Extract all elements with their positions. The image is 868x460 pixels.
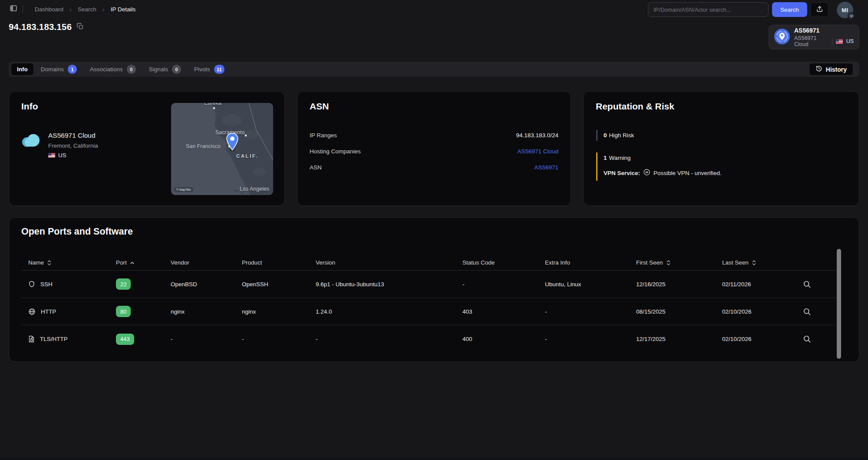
- chevron-down-icon: [848, 12, 855, 20]
- cell-vendor: -: [171, 336, 242, 342]
- tab-info[interactable]: Info: [11, 63, 33, 75]
- tab-count-badge: 0: [127, 65, 136, 74]
- topbar-divider: [23, 5, 23, 13]
- sidebar-panel-icon: [10, 4, 17, 14]
- risk-card-title: Reputation & Risk: [596, 101, 674, 112]
- table-body: SSH22OpenBSDOpenSSH9.6p1 - Ubuntu-3ubunt…: [21, 271, 840, 353]
- tab-signals[interactable]: Signals0: [143, 63, 187, 75]
- history-clock-icon: [815, 65, 822, 73]
- breadcrumb-item-dashboard[interactable]: Dashboard: [35, 6, 63, 13]
- cell-status-code: -: [462, 281, 545, 288]
- asn-rows: IP Ranges94.183.183.0/24Hosting Companie…: [310, 127, 558, 175]
- search-button[interactable]: Search: [772, 2, 807, 17]
- history-label: History: [826, 66, 847, 73]
- breadcrumb: Dashboard›Search›IP Details: [35, 0, 135, 18]
- tab-pivots[interactable]: Pivots11: [188, 63, 230, 75]
- asn-country: US: [846, 38, 854, 44]
- warning-item: 1Warning VPN Service: Possible VPN - unv…: [596, 152, 847, 181]
- asn-number: AS56971: [794, 27, 854, 34]
- asn-pin-icon: [774, 29, 790, 46]
- port-badge: 443: [116, 334, 134, 345]
- service-row-http: HTTP80nginxnginx1.24.0403-08/15/202502/1…: [21, 298, 840, 325]
- asn-row-label: Hosting Companies: [310, 148, 361, 155]
- page-title: 94.183.183.156: [9, 22, 72, 32]
- vpn-service-text: Possible VPN - unverified.: [653, 170, 722, 176]
- column-label: Last Seen: [722, 259, 749, 266]
- asn-row-link[interactable]: AS56971: [534, 164, 558, 171]
- column-label: Port: [116, 259, 127, 266]
- us-flag-icon: [48, 153, 55, 158]
- upload-button[interactable]: [810, 2, 828, 17]
- tab-strip: InfoDomains1Associations0Signals0Pivots1…: [9, 62, 859, 77]
- asn-row-hosting-companies: Hosting CompaniesAS56971 Cloud: [310, 143, 558, 159]
- asn-summary-card[interactable]: AS56971 AS56971 Cloud US: [769, 25, 859, 50]
- service-name: SSH: [40, 281, 53, 288]
- breadcrumb-item-search[interactable]: Search: [78, 6, 96, 13]
- org-location: Fremont, California: [48, 142, 98, 149]
- asn-row-link[interactable]: AS56971 Cloud: [517, 148, 558, 155]
- column-header-version: Version: [316, 259, 462, 266]
- column-header-last-seen[interactable]: Last Seen: [722, 259, 796, 266]
- cell-vendor: OpenBSD: [171, 281, 242, 288]
- history-button[interactable]: History: [809, 63, 853, 76]
- row-search-button[interactable]: [802, 279, 812, 289]
- column-header-port[interactable]: Port: [116, 259, 171, 266]
- shield-icon: [28, 280, 35, 288]
- asn-card-title: ASN: [310, 101, 329, 112]
- tab-domains[interactable]: Domains1: [35, 63, 83, 75]
- copy-icon: [76, 23, 84, 32]
- column-label: Name: [28, 259, 44, 266]
- tab-label: Signals: [149, 66, 168, 73]
- row-search-button[interactable]: [802, 334, 812, 344]
- bottom-strip: [0, 458, 868, 460]
- asn-row-ip-ranges: IP Ranges94.183.183.0/24: [310, 127, 558, 143]
- info-card-title: Info: [21, 101, 38, 112]
- tab-label: Info: [17, 66, 28, 73]
- cell-product: -: [242, 336, 316, 342]
- user-avatar[interactable]: MI: [837, 2, 853, 18]
- cell-last-seen: 02/10/2026: [722, 336, 796, 342]
- column-header-extra-info: Extra Info: [545, 259, 636, 266]
- breadcrumb-separator-icon: ›: [69, 6, 72, 13]
- asn-row-label: ASN: [310, 164, 322, 171]
- divider: [832, 38, 832, 44]
- port-badge: 22: [116, 278, 131, 290]
- cell-extra-info: -: [545, 308, 636, 315]
- tabs: InfoDomains1Associations0Signals0Pivots1…: [11, 63, 230, 75]
- globe-icon: [28, 308, 36, 315]
- column-label: Version: [316, 259, 335, 266]
- vpn-signal-icon: [643, 169, 650, 177]
- column-header-product: Product: [242, 259, 316, 266]
- map-attribution: © MapTiler: [174, 187, 193, 192]
- tab-associations[interactable]: Associations0: [84, 63, 142, 75]
- top-bar: Dashboard›Search›IP Details Search MI: [0, 0, 868, 18]
- column-label: Extra Info: [545, 259, 570, 266]
- row-search-button[interactable]: [802, 307, 812, 317]
- map-city-eureka: Eureka: [204, 103, 221, 106]
- column-header-status-code: Status Code: [462, 259, 545, 266]
- sidebar-toggle-button[interactable]: [10, 5, 17, 13]
- sort-ascending-icon: [130, 261, 135, 265]
- asn-row-asn: ASNAS56971: [310, 159, 558, 175]
- column-header-first-seen[interactable]: First Seen: [636, 259, 722, 266]
- cell-status-code: 400: [462, 336, 545, 342]
- cell-first-seen: 12/16/2025: [636, 281, 722, 288]
- service-row-ssh: SSH22OpenBSDOpenSSH9.6p1 - Ubuntu-3ubunt…: [21, 271, 840, 298]
- us-flag-icon: [836, 39, 843, 44]
- asn-card: ASN IP Ranges94.183.183.0/24Hosting Comp…: [297, 91, 571, 206]
- tab-count-badge: 0: [172, 65, 181, 74]
- tab-label: Domains: [41, 66, 64, 73]
- table-scrollbar[interactable]: [837, 249, 841, 359]
- location-map[interactable]: Eureka Sacramento San Francisco CALIF. L…: [171, 103, 273, 195]
- avatar-initials: MI: [842, 7, 848, 13]
- high-risk-label: High Risk: [609, 132, 634, 139]
- tab-count-badge: 1: [68, 65, 77, 74]
- asn-row-value: 94.183.183.0/24: [516, 132, 558, 139]
- column-header-name[interactable]: Name: [21, 259, 116, 266]
- warning-label: Warning: [609, 155, 631, 161]
- copy-ip-button[interactable]: [76, 23, 84, 32]
- map-city-san-francisco: San Francisco: [186, 143, 221, 149]
- sort-updown-icon: [752, 260, 756, 266]
- search-input[interactable]: [648, 2, 769, 17]
- cell-product: nginx: [242, 308, 316, 315]
